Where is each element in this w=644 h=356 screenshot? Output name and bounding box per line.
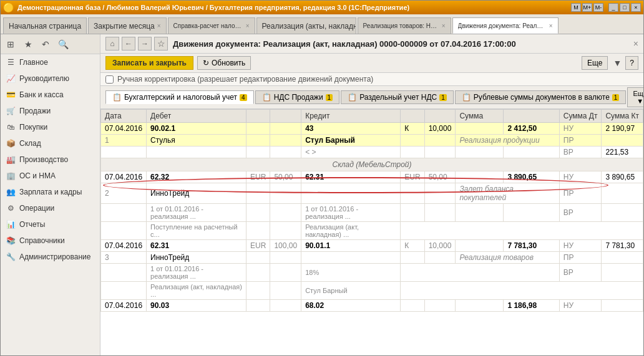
accounting-icon: 📋 (112, 93, 122, 102)
tab-currency[interactable]: 📋 Рублевые суммы документов в валюте 1 (455, 90, 627, 104)
manual-correction-checkbox[interactable] (105, 75, 114, 84)
titlebar-btn-maximize[interactable]: □ (620, 3, 630, 12)
back-icon-btn[interactable]: ↶ (38, 37, 53, 52)
tab-close-btn-5[interactable]: × (549, 22, 553, 29)
cell-eur2: EUR (401, 171, 424, 183)
tab-close-btn-2[interactable]: × (246, 22, 250, 29)
col-credit3 (424, 110, 456, 123)
cell-d2 (246, 123, 270, 135)
sidebar-item-salary[interactable]: 👥 Зарплата и кадры (1, 184, 100, 200)
grid-icon-btn[interactable]: ⊞ (3, 37, 18, 52)
content-close-btn[interactable]: × (633, 39, 638, 49)
cell-sc2 (401, 135, 424, 147)
titlebar-btn-minimize[interactable]: _ (608, 3, 618, 12)
titlebar-btn-close[interactable]: × (631, 3, 641, 12)
tab-close-btn-4[interactable]: × (442, 22, 446, 29)
titlebar-btn-m[interactable]: M (571, 3, 581, 12)
cell-vr2v (602, 204, 643, 222)
cell-amt4: 10,000 (424, 240, 456, 252)
cell-sub-desc: Реализация продукции (456, 135, 559, 147)
currency-badge: 1 (612, 94, 620, 101)
production-icon: 🏭 (6, 155, 16, 165)
cell-pr2: ПР (559, 183, 602, 204)
vat-sep-badge: 1 (439, 94, 447, 101)
cell-e2d1 (101, 222, 147, 240)
cell-num: 1 (101, 135, 147, 147)
back-btn[interactable]: ← (122, 37, 135, 51)
cell-e2c5 (424, 204, 456, 222)
sidebar-item-warehouse[interactable]: 📦 Склад (1, 135, 100, 152)
section-header-row: Склад (МебельСтрой) (101, 158, 643, 171)
cell-s2b5 (401, 183, 424, 204)
sidebar-item-purchases[interactable]: 🛍 Покупки (1, 119, 100, 135)
col-debit: Дебет (147, 110, 246, 123)
tab-home[interactable]: Начальная страница (3, 17, 87, 34)
titlebar-btn-mplus[interactable]: M+ (582, 3, 592, 12)
cell-e2c3 (270, 204, 301, 222)
cell-total2: 3 890,65 (504, 171, 559, 183)
cell-sc3 (424, 135, 456, 147)
reports-icon: 📊 (6, 219, 16, 229)
cell-e3c4 (401, 264, 559, 282)
tab-vat-separate[interactable]: 📋 Раздельный учет НДС 1 (341, 90, 454, 104)
tab-close-btn-1[interactable]: × (157, 22, 161, 29)
search-icon-btn[interactable]: 🔍 (56, 37, 71, 52)
sidebar-item-sales[interactable]: 🛒 Продажи (1, 103, 100, 119)
data-table: Дата Дебет Кредит Сумма Сумма Дт Су (100, 109, 643, 312)
sidebar-item-production[interactable]: 🏭 Производство (1, 152, 100, 168)
star-icon-btn[interactable]: ★ (21, 37, 36, 52)
tab-accounting[interactable]: 📋 Бухгалтерский и налоговый учет 4 (105, 90, 254, 104)
cell-ref2: 1 от 01.01.2016 - реализация ... (301, 204, 401, 222)
cell-e4c2 (401, 300, 424, 312)
cell-pr: ПР (559, 135, 602, 147)
table-wrapper: Дата Дебет Кредит Сумма Сумма Дт Су (100, 109, 643, 312)
sidebar-item-admin[interactable]: 🔧 Администрирование (1, 249, 100, 265)
titlebar-title: Демонстрационная база / Любимов Валерий … (17, 4, 409, 11)
cell-c2: К (401, 123, 424, 135)
sidebar-item-operations[interactable]: ⚙ Операции (1, 200, 100, 216)
sidebar-item-bank[interactable]: 💳 Банк и касса (1, 87, 100, 103)
table-row: 3 ИнноТрейд Реализация товаров ПР (101, 252, 643, 264)
tab-tax[interactable]: Справка-расчет налога на прибыль за Апре… (168, 17, 255, 34)
tab-movements[interactable]: Движения документа: Реализация (акт, нак… (452, 17, 559, 34)
sidebar-item-director[interactable]: 📈 Руководителю (1, 70, 100, 87)
data-tabs-row: 📋 Бухгалтерский и налоговый учет 4 📋 НДС… (100, 86, 643, 109)
cell-date3: 07.04.2016 (101, 240, 147, 252)
tab-goods[interactable]: Реализация товаров: Накладная 0000-00000… (358, 17, 451, 34)
sidebar-item-main[interactable]: ☰ Главное (1, 54, 100, 70)
bookmark-btn[interactable]: ☆ (154, 37, 168, 51)
more-arrow[interactable]: ▼ (613, 58, 622, 68)
cell-debit4: 90.03 (147, 300, 246, 312)
table-row: < > ВР 221,53 (101, 147, 643, 158)
table-row: Реализация (акт, накладная) ... Стул Бар… (101, 282, 643, 300)
save-close-button[interactable]: Записать и закрыть (105, 56, 193, 70)
cell-ref6: 18% (301, 264, 401, 282)
cell-empty (101, 147, 147, 158)
cell-amt3: 100,00 (270, 240, 301, 252)
cell-d3 (270, 123, 301, 135)
sidebar-item-refs[interactable]: 📚 Справочники (1, 233, 100, 249)
sidebar-item-reports[interactable]: 📊 Отчеты (1, 216, 100, 233)
cell-s3b4 (301, 252, 401, 264)
cell-k3: К (401, 240, 424, 252)
cell-debit3: 62.31 (147, 240, 246, 252)
refresh-button[interactable]: ↻ Обновить (197, 56, 251, 70)
cell-e3d3 (270, 282, 301, 300)
tab-close-month[interactable]: Закрытие месяца × (88, 17, 167, 34)
cell-date2: 07.04.2016 (101, 171, 147, 183)
cell-e3d1 (101, 282, 147, 300)
home-btn[interactable]: ⌂ (105, 37, 119, 51)
cell-e4b2 (246, 300, 270, 312)
data-tabs-more-btn[interactable]: Еще ▼ (627, 87, 643, 107)
cell-pr3: ПР (559, 252, 602, 264)
page-title: Движения документа: Реализация (акт, нак… (173, 39, 516, 49)
forward-btn[interactable]: → (138, 37, 152, 51)
more-button[interactable]: Еще (582, 56, 608, 70)
cell-e3c2 (246, 264, 270, 282)
tab-sales[interactable]: Реализация (акты, накладные) × (256, 17, 356, 34)
tab-vat-sales[interactable]: 📋 НДС Продажи 1 (255, 90, 339, 104)
titlebar-btn-mminus[interactable]: M- (593, 3, 603, 12)
sidebar-item-os[interactable]: 🏢 ОС и НМА (1, 168, 100, 184)
help-button[interactable]: ? (625, 56, 638, 70)
cell-e2c7 (504, 204, 559, 222)
